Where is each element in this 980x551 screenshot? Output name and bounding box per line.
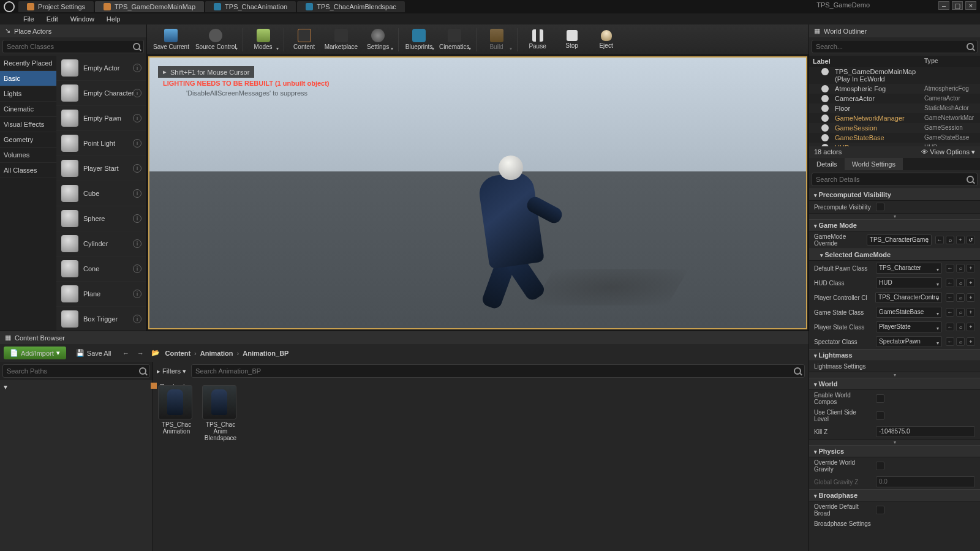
section-header[interactable]: Game Mode bbox=[809, 219, 980, 231]
actor-item[interactable]: Conei bbox=[56, 257, 146, 282]
menu-file[interactable]: File bbox=[18, 14, 39, 24]
property-value[interactable]: TPS_CharacterContro▾ bbox=[875, 292, 942, 303]
info-icon[interactable]: i bbox=[133, 315, 141, 323]
expand-bar[interactable]: ▾ bbox=[809, 213, 980, 219]
category-item[interactable]: All Classes bbox=[0, 163, 56, 178]
place-actors-search-input[interactable] bbox=[2, 40, 144, 53]
pause-button[interactable]: Pause bbox=[521, 26, 554, 54]
document-tab[interactable]: TPS_ChacAnimBlendspac bbox=[297, 1, 405, 12]
section-header[interactable]: World bbox=[809, 378, 980, 390]
property-value[interactable]: 0.0 bbox=[876, 476, 975, 487]
actor-item[interactable]: Empty Actori bbox=[56, 56, 146, 81]
cinematics-button[interactable]: Cinematics▾ bbox=[437, 26, 472, 54]
info-icon[interactable]: i bbox=[133, 89, 141, 97]
filters-button[interactable]: ▸ Filters ▾ bbox=[157, 367, 186, 375]
blueprints-button[interactable]: Blueprints▾ bbox=[402, 26, 435, 54]
visibility-icon[interactable] bbox=[821, 114, 829, 122]
section-header[interactable]: Precomputed Visibility bbox=[809, 189, 980, 201]
prop-action-icon[interactable]: ⌕ bbox=[946, 236, 954, 244]
tree-item[interactable]: ▾ Content bbox=[0, 380, 153, 551]
prop-action-icon[interactable]: ⌕ bbox=[956, 337, 965, 346]
info-icon[interactable]: i bbox=[133, 114, 141, 122]
forward-button[interactable]: → bbox=[136, 350, 146, 357]
folder-icon[interactable]: 📂 bbox=[151, 349, 160, 357]
details-search-input[interactable] bbox=[812, 173, 978, 186]
expand-bar[interactable]: ▾ bbox=[809, 372, 980, 378]
outliner-row[interactable]: TPS_GameDemoMainMap (Play In EcWorld bbox=[809, 67, 980, 84]
outliner-row[interactable]: GameStateBaseGameStateBase bbox=[809, 133, 980, 143]
asset-item[interactable]: TPS_Chac Animation bbox=[158, 385, 195, 435]
checkbox[interactable] bbox=[876, 506, 884, 514]
tree-search-input[interactable] bbox=[2, 364, 150, 378]
modes-button[interactable]: Modes▾ bbox=[247, 26, 280, 54]
visibility-icon[interactable] bbox=[821, 68, 829, 75]
breadcrumb-item[interactable]: Content bbox=[165, 350, 191, 357]
build-button[interactable]: Build▾ bbox=[480, 26, 513, 54]
outliner-col-type[interactable]: Type bbox=[924, 58, 976, 65]
add-import-button[interactable]: 📄 Add/Import ▾ bbox=[4, 347, 66, 359]
outliner-row[interactable]: GameNetworkManagerGameNetworkMar bbox=[809, 113, 980, 123]
property-value[interactable]: -1048575.0 bbox=[876, 426, 975, 437]
stop-button[interactable]: Stop bbox=[556, 26, 589, 54]
info-icon[interactable]: i bbox=[133, 139, 141, 148]
property-value[interactable]: SpectatorPawn▾ bbox=[876, 336, 942, 347]
info-icon[interactable]: i bbox=[133, 264, 141, 273]
outliner-row[interactable]: GameSessionGameSession bbox=[809, 123, 980, 133]
checkbox[interactable] bbox=[876, 394, 884, 403]
visibility-icon[interactable] bbox=[821, 95, 829, 102]
outliner-row[interactable]: Atmospheric FogAtmosphericFog bbox=[809, 84, 980, 94]
category-item[interactable]: Geometry bbox=[0, 132, 56, 148]
menu-edit[interactable]: Edit bbox=[42, 14, 63, 24]
prop-action-icon[interactable]: ← bbox=[935, 236, 944, 244]
prop-action-icon[interactable]: ⌕ bbox=[956, 279, 965, 287]
outliner-col-label[interactable]: Label bbox=[813, 58, 924, 65]
asset-search-input[interactable] bbox=[191, 364, 805, 378]
document-tab[interactable]: Project Settings bbox=[18, 1, 94, 12]
tab-world-settings[interactable]: World Settings bbox=[845, 158, 903, 170]
prop-action-icon[interactable]: + bbox=[967, 308, 975, 317]
settings-button[interactable]: Settings▾ bbox=[361, 26, 394, 54]
prop-action-icon[interactable]: + bbox=[967, 264, 975, 272]
outliner-row[interactable]: CameraActorCameraActor bbox=[809, 94, 980, 103]
asset-item[interactable]: TPS_Chac Anim Blendspace bbox=[202, 385, 239, 441]
section-subheader[interactable]: Selected GameMode bbox=[809, 249, 980, 261]
property-value[interactable]: TPS_Character▾ bbox=[876, 263, 942, 274]
actor-item[interactable]: Cubei bbox=[56, 181, 146, 206]
maximize-button[interactable]: ▢ bbox=[952, 1, 963, 10]
info-icon[interactable]: i bbox=[133, 189, 141, 198]
viewport[interactable]: ▸ Shift+F1 for Mouse Cursor LIGHTING NEE… bbox=[148, 56, 807, 329]
visibility-icon[interactable] bbox=[821, 105, 829, 112]
prop-action-icon[interactable]: ⌕ bbox=[956, 264, 965, 272]
actor-item[interactable]: Planei bbox=[56, 282, 146, 307]
save-all-button[interactable]: 💾 Save All bbox=[71, 347, 116, 359]
actor-item[interactable]: Spherei bbox=[56, 206, 146, 231]
prop-action-icon[interactable]: + bbox=[967, 337, 975, 346]
prop-action-icon[interactable]: ← bbox=[946, 323, 954, 331]
category-item[interactable]: Cinematic bbox=[0, 102, 56, 117]
actor-item[interactable]: Empty Pawni bbox=[56, 106, 146, 131]
checkbox[interactable] bbox=[876, 203, 884, 211]
property-value[interactable]: TPS_CharacterGame▾ bbox=[867, 234, 932, 246]
prop-action-icon[interactable]: ⌕ bbox=[956, 323, 965, 331]
info-icon[interactable]: i bbox=[133, 64, 141, 72]
outliner-search-input[interactable] bbox=[812, 40, 978, 53]
info-icon[interactable]: i bbox=[133, 239, 141, 248]
category-item[interactable]: Lights bbox=[0, 86, 56, 102]
save-current-button[interactable]: Save Current bbox=[151, 26, 192, 54]
actor-item[interactable]: Point Lighti bbox=[56, 131, 146, 156]
outliner-row[interactable]: FloorStaticMeshActor bbox=[809, 103, 980, 113]
source-control-button[interactable]: Source Control▾ bbox=[193, 26, 239, 54]
checkbox[interactable] bbox=[876, 411, 884, 420]
visibility-icon[interactable] bbox=[821, 124, 829, 132]
category-item[interactable]: Recently Placed bbox=[0, 56, 56, 71]
prop-action-icon[interactable]: + bbox=[956, 236, 965, 244]
prop-action-icon[interactable]: ← bbox=[946, 279, 954, 287]
prop-action-icon[interactable]: ← bbox=[946, 293, 954, 302]
breadcrumb-item[interactable]: Animation bbox=[200, 350, 233, 357]
checkbox[interactable] bbox=[876, 462, 884, 470]
section-header[interactable]: Lightmass bbox=[809, 349, 980, 361]
prop-action-icon[interactable]: ← bbox=[946, 308, 954, 317]
property-value[interactable]: HUD▾ bbox=[876, 277, 942, 288]
property-value[interactable]: PlayerState▾ bbox=[876, 321, 942, 332]
prop-action-icon[interactable]: ⌕ bbox=[956, 308, 965, 317]
